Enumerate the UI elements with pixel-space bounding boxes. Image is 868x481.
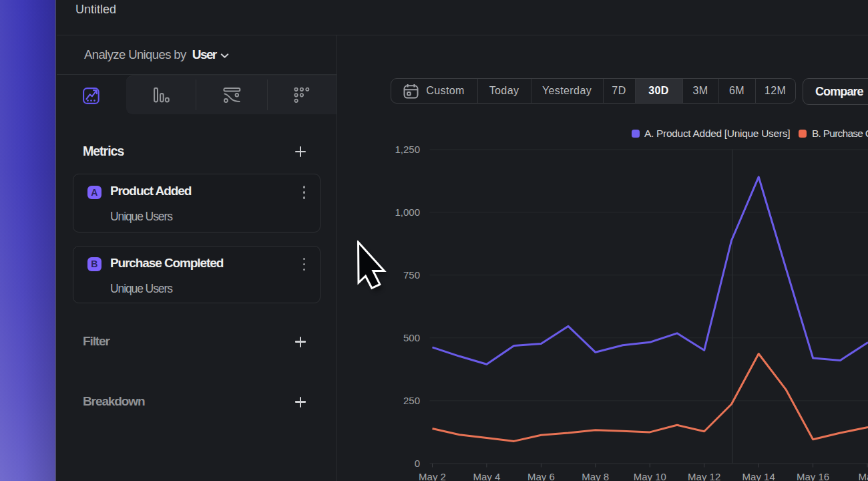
svg-text:May 16: May 16	[797, 471, 829, 481]
svg-text:May 10: May 10	[634, 471, 666, 481]
svg-text:May 4: May 4	[473, 471, 500, 481]
svg-text:1,250: 1,250	[395, 144, 420, 155]
svg-text:May 2: May 2	[419, 471, 446, 481]
svg-text:1,000: 1,000	[395, 206, 420, 218]
svg-text:0: 0	[415, 458, 420, 469]
svg-text:500: 500	[403, 332, 420, 343]
svg-text:May 14: May 14	[742, 471, 775, 481]
svg-text:750: 750	[403, 269, 420, 281]
svg-text:May 12: May 12	[688, 471, 720, 481]
svg-text:May 8: May 8	[582, 471, 609, 481]
svg-text:Ma: Ma	[859, 471, 868, 481]
svg-text:May 6: May 6	[527, 471, 555, 481]
svg-text:250: 250	[403, 395, 420, 406]
